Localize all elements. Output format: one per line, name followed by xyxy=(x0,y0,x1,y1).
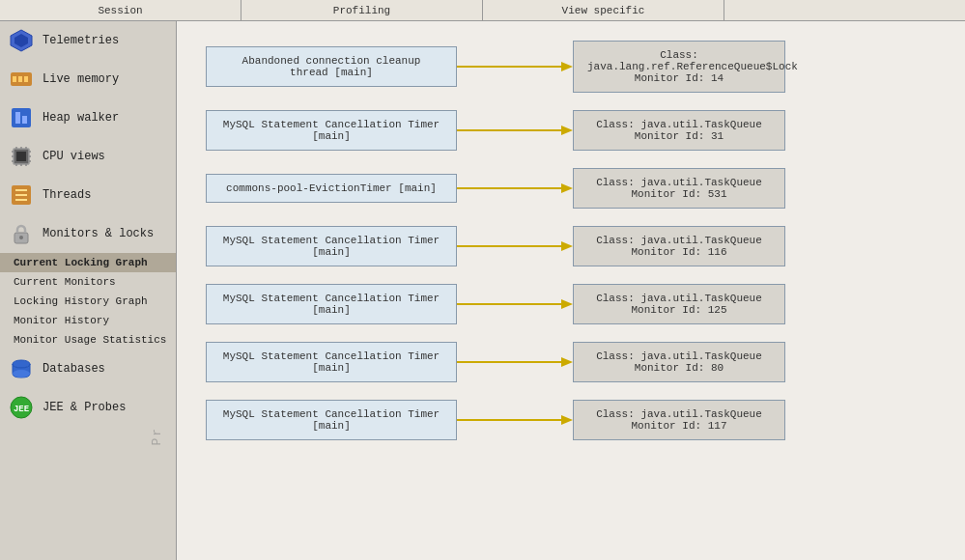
memory-icon xyxy=(8,66,35,93)
graph-row: MySQL Statement Cancellation Timer [main… xyxy=(206,226,936,266)
svg-rect-10 xyxy=(16,152,26,161)
monitor-id: Monitor Id: 117 xyxy=(587,420,771,432)
session-tab[interactable]: Session xyxy=(0,0,241,20)
svg-point-28 xyxy=(19,236,23,239)
monitor-box: Class: java.util.TaskQueue Monitor Id: 1… xyxy=(573,284,785,324)
sidebar-item-threads[interactable]: Threads xyxy=(0,176,176,214)
svg-marker-36 xyxy=(561,126,573,135)
graph-row: Abandoned connection cleanup thread [mai… xyxy=(206,41,936,93)
svg-marker-42 xyxy=(561,299,573,309)
arrow-line xyxy=(457,121,573,140)
svg-marker-46 xyxy=(561,415,573,425)
monitor-id: Monitor Id: 125 xyxy=(587,304,771,316)
svg-marker-38 xyxy=(561,183,573,193)
sidebar-item-heap-walker[interactable]: Heap walker xyxy=(0,98,176,137)
monitor-class: Class: java.util.TaskQueue xyxy=(587,119,771,130)
locking-graph: Abandoned connection cleanup thread [mai… xyxy=(206,41,936,440)
monitor-id: Monitor Id: 14 xyxy=(587,72,771,84)
sidebar-item-monitors-locks[interactable]: Monitors & locks xyxy=(0,214,176,253)
graph-row: commons-pool-EvictionTimer [main] Class:… xyxy=(206,168,936,209)
thread-box: MySQL Statement Cancellation Timer [main… xyxy=(206,342,457,382)
sidebar-sub-locking-history-graph[interactable]: Locking History Graph xyxy=(0,292,176,311)
thread-box: MySQL Statement Cancellation Timer [main… xyxy=(206,226,457,266)
content-area: Abandoned connection cleanup thread [mai… xyxy=(177,21,965,560)
sidebar-item-cpu-views[interactable]: CPU views xyxy=(0,137,176,176)
profiling-tab[interactable]: Profiling xyxy=(241,0,483,20)
main-area: Telemetries Live memory H xyxy=(0,21,965,560)
sidebar-item-jee-probes[interactable]: JEE JEE & Probes xyxy=(0,388,176,427)
monitor-class: Class: java.util.TaskQueue xyxy=(587,408,771,420)
sidebar-label-databases: Databases xyxy=(43,362,105,376)
monitor-box: Class: java.util.TaskQueue Monitor Id: 5… xyxy=(573,168,785,209)
chart-icon xyxy=(8,27,35,54)
top-bar: Session Profiling View specific xyxy=(0,0,965,21)
sidebar-label-live-memory: Live memory xyxy=(43,72,119,86)
thread-box: MySQL Statement Cancellation Timer [main… xyxy=(206,284,457,324)
sidebar-item-databases[interactable]: Databases xyxy=(0,350,176,388)
graph-row: MySQL Statement Cancellation Timer [main… xyxy=(206,110,936,151)
monitor-id: Monitor Id: 31 xyxy=(587,130,771,142)
sidebar-label-telemetries: Telemetries xyxy=(43,34,119,47)
arrow-line xyxy=(457,410,573,430)
monitor-box: Class: java.util.TaskQueue Monitor Id: 3… xyxy=(573,110,785,151)
profile-watermark: Profile xyxy=(150,427,164,446)
graph-row: MySQL Statement Cancellation Timer [main… xyxy=(206,284,936,324)
svg-marker-40 xyxy=(561,241,573,251)
arrow-line xyxy=(457,237,573,256)
heap-icon xyxy=(8,104,35,131)
monitor-class: Class: java.util.TaskQueue xyxy=(587,235,771,246)
svg-rect-5 xyxy=(24,76,28,82)
arrow-line xyxy=(457,57,573,76)
sidebar-label-threads: Threads xyxy=(43,188,91,202)
svg-rect-8 xyxy=(22,116,27,124)
arrow-line xyxy=(457,352,573,372)
thread-box: Abandoned connection cleanup thread [mai… xyxy=(206,46,457,87)
sidebar-sub-current-locking-graph[interactable]: Current Locking Graph xyxy=(0,253,176,272)
svg-text:JEE: JEE xyxy=(14,405,30,414)
sidebar-label-jee-probes: JEE & Probes xyxy=(43,401,126,414)
thread-box: MySQL Statement Cancellation Timer [main… xyxy=(206,400,457,440)
svg-rect-7 xyxy=(15,112,20,124)
monitor-class: Class: java.lang.ref.ReferenceQueue$Lock xyxy=(587,49,771,72)
sidebar-label-monitors-locks: Monitors & locks xyxy=(43,227,154,240)
svg-rect-3 xyxy=(13,76,16,82)
monitor-box: Class: java.util.TaskQueue Monitor Id: 1… xyxy=(573,226,785,266)
monitor-id: Monitor Id: 531 xyxy=(587,188,771,200)
threads-icon xyxy=(8,182,35,209)
arrow-line xyxy=(457,294,573,314)
graph-row: MySQL Statement Cancellation Timer [main… xyxy=(206,342,936,382)
sidebar-sub-monitor-history[interactable]: Monitor History xyxy=(0,311,176,330)
lock-icon xyxy=(8,220,35,247)
svg-rect-6 xyxy=(12,108,31,127)
monitor-id: Monitor Id: 80 xyxy=(587,362,771,374)
svg-marker-34 xyxy=(561,62,573,71)
db-icon xyxy=(8,355,35,382)
sidebar-label-heap-walker: Heap walker xyxy=(43,111,119,125)
sidebar-item-telemetries[interactable]: Telemetries xyxy=(0,21,176,60)
monitor-class: Class: java.util.TaskQueue xyxy=(587,293,771,304)
cpu-icon xyxy=(8,143,35,170)
thread-box: MySQL Statement Cancellation Timer [main… xyxy=(206,110,457,151)
jee-icon: JEE xyxy=(8,394,35,421)
sidebar-label-cpu-views: CPU views xyxy=(43,150,105,163)
sidebar: Telemetries Live memory H xyxy=(0,21,177,560)
monitor-box: Class: java.util.TaskQueue Monitor Id: 8… xyxy=(573,342,785,382)
extra-tab xyxy=(724,0,965,20)
monitor-box: Class: java.lang.ref.ReferenceQueue$Lock… xyxy=(573,41,785,93)
sidebar-sub-current-monitors[interactable]: Current Monitors xyxy=(0,272,176,292)
arrow-line xyxy=(457,179,573,198)
monitor-class: Class: java.util.TaskQueue xyxy=(587,177,771,188)
svg-point-30 xyxy=(13,370,30,378)
svg-marker-44 xyxy=(561,357,573,367)
sidebar-item-live-memory[interactable]: Live memory xyxy=(0,60,176,98)
graph-row: MySQL Statement Cancellation Timer [main… xyxy=(206,400,936,440)
sidebar-sub-monitor-usage-statistics[interactable]: Monitor Usage Statistics xyxy=(0,330,176,350)
svg-rect-4 xyxy=(18,76,22,82)
thread-box: commons-pool-EvictionTimer [main] xyxy=(206,174,457,203)
monitor-id: Monitor Id: 116 xyxy=(587,246,771,258)
monitor-box: Class: java.util.TaskQueue Monitor Id: 1… xyxy=(573,400,785,440)
view-specific-tab[interactable]: View specific xyxy=(483,0,724,20)
monitor-class: Class: java.util.TaskQueue xyxy=(587,350,771,362)
